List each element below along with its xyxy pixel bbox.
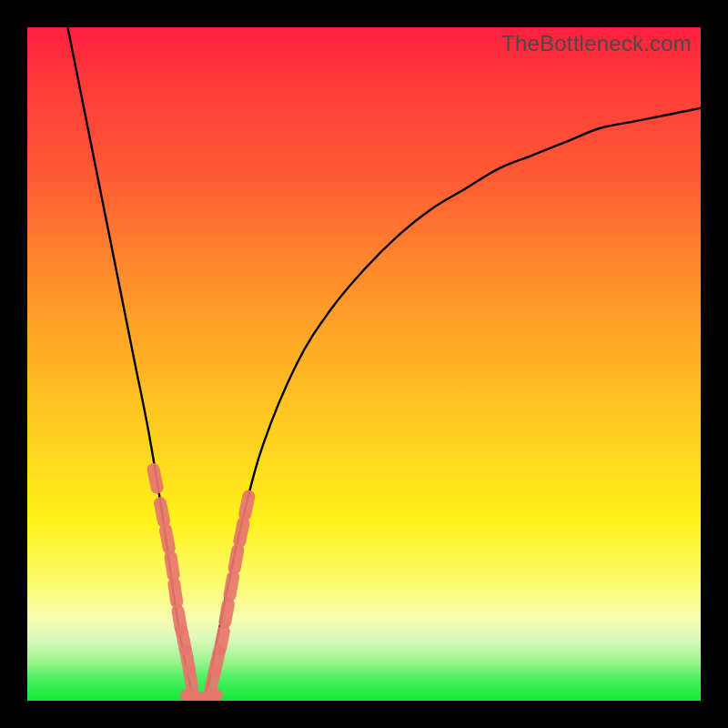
bottleneck-curve — [67, 27, 701, 701]
marker-bead — [196, 698, 212, 701]
marker-bead — [160, 503, 164, 521]
marker-bead — [174, 584, 177, 602]
bottleneck-curve-path — [67, 27, 701, 701]
marker-bead — [189, 672, 192, 690]
chart-svg — [27, 27, 701, 701]
marker-bead — [220, 632, 224, 650]
chart-frame: TheBottleneck.com — [0, 0, 728, 728]
marker-bead — [225, 604, 228, 622]
marker-bead — [187, 695, 202, 700]
marker-bead — [215, 652, 219, 669]
watermark-text: TheBottleneck.com — [501, 31, 692, 56]
marker-bead — [178, 611, 181, 629]
marker-bead — [191, 698, 207, 701]
marker-bead — [154, 470, 157, 488]
marker-bead — [245, 497, 248, 515]
marker-bead — [171, 557, 174, 575]
marker-bead — [235, 551, 238, 569]
marker-bead — [229, 577, 232, 595]
marker-bead — [182, 632, 186, 650]
marker-bead — [186, 652, 189, 670]
marker-bead — [239, 523, 243, 541]
marker-bead — [200, 695, 216, 700]
marker-bead — [166, 531, 169, 549]
marker-bead — [210, 672, 215, 689]
chart-plot-area: TheBottleneck.com — [27, 27, 701, 701]
marker-dots — [154, 470, 249, 700]
